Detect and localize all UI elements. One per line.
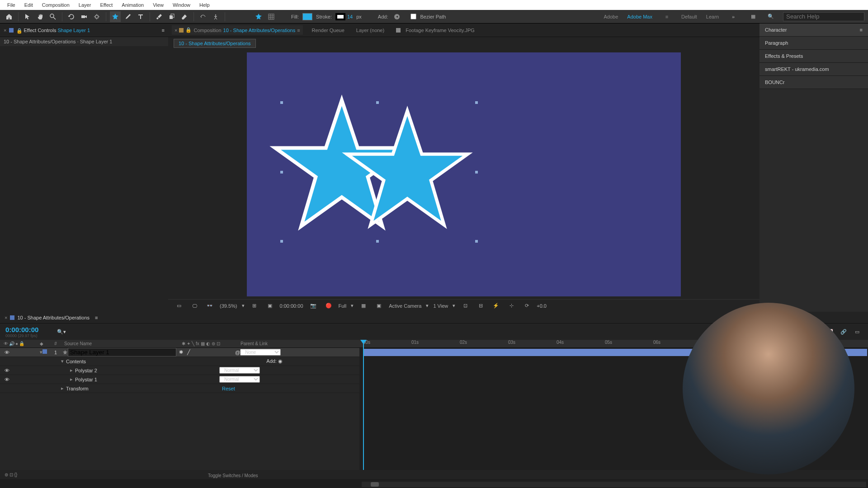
search-input[interactable] xyxy=(783,12,864,21)
menu-composition[interactable]: Composition xyxy=(38,2,74,8)
brush-tool-icon[interactable] xyxy=(154,11,165,22)
transform-row[interactable]: ▸ Transform Reset xyxy=(0,384,359,393)
workspace-adobemax[interactable]: Adobe Max xyxy=(627,14,652,19)
menu-animation[interactable]: Animation xyxy=(117,2,148,8)
polystar-2-shape[interactable] xyxy=(342,104,473,235)
menu-view[interactable]: View xyxy=(148,2,168,8)
visibility-toggle[interactable]: 👁 xyxy=(4,350,10,355)
menu-layer[interactable]: Layer xyxy=(74,2,96,8)
column-source-name[interactable]: Source Name xyxy=(62,341,180,346)
camera-tool-icon[interactable] xyxy=(79,11,90,22)
bracket-icon[interactable]: ⊡ xyxy=(9,472,13,477)
menu-effect[interactable]: Effect xyxy=(95,2,117,8)
blend-mode-dropdown[interactable]: Normal xyxy=(219,376,260,383)
eye-column-icon[interactable]: 👁 xyxy=(4,341,8,346)
draft3d-icon[interactable]: 🔗 xyxy=(838,326,849,337)
switches-icon[interactable]: ✱ xyxy=(182,341,185,346)
lock-icon[interactable]: 🔒 xyxy=(16,28,21,33)
brainstorm-icon[interactable]: ▭ xyxy=(852,326,863,337)
home-icon[interactable] xyxy=(4,11,14,22)
parent-dropdown[interactable]: None xyxy=(240,349,281,356)
hand-tool-icon[interactable] xyxy=(35,11,46,22)
monitor-icon[interactable]: 🖵 xyxy=(189,300,200,311)
canvas[interactable] xyxy=(247,52,681,296)
transparency-icon[interactable]: ▦ xyxy=(358,300,369,311)
eraser-tool-icon[interactable] xyxy=(179,11,190,22)
render-icon[interactable]: ⊚ xyxy=(5,472,8,477)
handle-icon[interactable] xyxy=(475,240,478,243)
fill-swatch[interactable] xyxy=(302,13,312,20)
bezier-checkbox[interactable] xyxy=(410,14,416,19)
selection-tool-icon[interactable] xyxy=(22,11,33,22)
resolution-dropdown[interactable]: Full xyxy=(339,303,347,309)
timeline-scrollbar[interactable] xyxy=(362,482,866,487)
menu-file[interactable]: File xyxy=(3,2,20,8)
clone-tool-icon[interactable] xyxy=(166,11,177,22)
composition-viewer[interactable] xyxy=(168,50,760,299)
visibility-toggle[interactable]: 👁 xyxy=(4,377,10,382)
layer-row-1[interactable]: 👁 ▾ 1 ✱ ╱ @ None xyxy=(0,348,359,357)
panel-menu-icon[interactable]: ≡ xyxy=(95,315,98,320)
views-dropdown[interactable]: 1 View xyxy=(433,303,448,309)
effect-controls-title[interactable]: Effect Controls Shape Layer 1 xyxy=(24,28,90,33)
mask-icon[interactable]: 👓 xyxy=(204,300,215,311)
grid-icon[interactable] xyxy=(266,11,277,22)
pickwhip-icon[interactable]: @ xyxy=(235,350,240,355)
add-button-icon[interactable] xyxy=(392,11,402,22)
tab-layer[interactable]: Layer (none) xyxy=(354,26,387,35)
visibility-toggle[interactable]: 👁 xyxy=(4,368,10,373)
puppet-tool-icon[interactable] xyxy=(210,11,221,22)
display-icon[interactable]: ▭ xyxy=(174,300,184,311)
fast-icon[interactable]: ⚡ xyxy=(491,300,501,311)
handle-icon[interactable] xyxy=(280,171,283,174)
workspace-adobe[interactable]: Adobe xyxy=(604,14,618,19)
current-time-display[interactable]: 0:00:00:00 00000 (29.97 fps) xyxy=(0,326,54,338)
star-shape-icon[interactable] xyxy=(253,11,264,22)
workspace-default[interactable]: Default xyxy=(681,14,697,19)
handle-icon[interactable] xyxy=(280,101,283,104)
polystar2-row[interactable]: 👁 ▸ Polystar 2 Normal xyxy=(0,366,359,375)
polystar1-row[interactable]: 👁 ▸ Polystar 1 Normal xyxy=(0,375,359,384)
shape-tool-icon[interactable] xyxy=(110,11,121,22)
panel-paragraph[interactable]: Paragraph xyxy=(760,37,868,50)
blend-mode-dropdown[interactable]: Normal xyxy=(219,367,260,374)
current-time[interactable]: 0:00:00:00 xyxy=(280,303,303,309)
panel-menu-icon[interactable]: ≡ xyxy=(297,28,300,33)
reset-button[interactable]: Reset xyxy=(219,386,235,391)
tab-render-queue[interactable]: Render Queue xyxy=(309,26,347,35)
3d-icon[interactable]: ▣ xyxy=(373,300,384,311)
grid-icon-2[interactable]: ▦ xyxy=(748,11,759,22)
panel-smartrekt[interactable]: smartREKT - ukramedia.com xyxy=(760,63,868,76)
menu-edit[interactable]: Edit xyxy=(20,2,38,8)
sync-icon[interactable]: ≡ xyxy=(661,11,672,22)
menu-window[interactable]: Window xyxy=(168,2,195,8)
roi-icon[interactable]: ▣ xyxy=(264,300,275,311)
zoom-level[interactable]: (39.5%) xyxy=(220,303,237,309)
toggle-switches-button[interactable]: Toggle Switches / Modes xyxy=(208,473,258,478)
workspace-learn[interactable]: Learn xyxy=(706,14,719,19)
viewopt-icon[interactable]: ⊡ xyxy=(460,300,471,311)
label-color-icon[interactable] xyxy=(42,349,47,354)
stroke-swatch[interactable] xyxy=(335,13,345,20)
timeline-comp-name[interactable]: 10 - Shape Attributes/Operations xyxy=(17,315,90,320)
panel-bouncr[interactable]: BOUNCr xyxy=(760,76,868,89)
pen-tool-icon[interactable] xyxy=(123,11,133,22)
curly-icon[interactable]: {} xyxy=(14,472,18,477)
refresh-icon[interactable]: ⟳ xyxy=(521,300,532,311)
tab-footage[interactable]: Footage Keyframe Veocity.JPG xyxy=(393,26,477,35)
label-column-icon[interactable]: ◆ xyxy=(40,341,49,346)
exposure[interactable]: +0.0 xyxy=(537,303,547,309)
handle-icon[interactable] xyxy=(475,101,478,104)
handle-icon[interactable] xyxy=(376,101,379,104)
channel-icon[interactable]: 🔴 xyxy=(323,300,334,311)
playhead[interactable] xyxy=(363,340,364,470)
column-number[interactable]: # xyxy=(49,341,62,346)
handle-icon[interactable] xyxy=(280,240,283,243)
zoom-tool-icon[interactable] xyxy=(47,11,58,22)
solo-column-icon[interactable]: ● xyxy=(15,341,18,346)
audio-column-icon[interactable]: 🔊 xyxy=(9,341,14,346)
text-tool-icon[interactable] xyxy=(135,11,146,22)
flowchart-path[interactable]: 10 - Shape Attributes/Operations xyxy=(168,37,760,50)
pixel-icon[interactable]: ⊟ xyxy=(475,300,486,311)
snapshot-icon[interactable]: 📷 xyxy=(308,300,319,311)
